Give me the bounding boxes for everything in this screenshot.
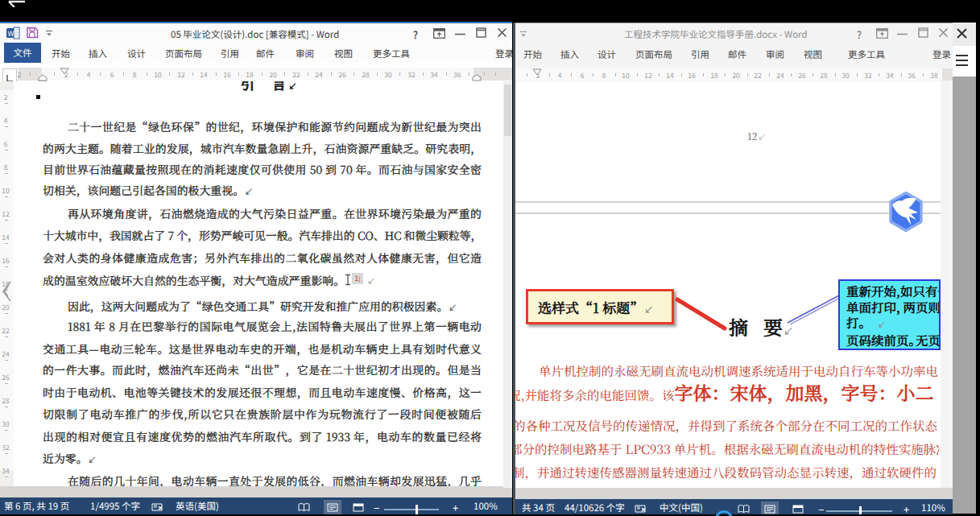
svg-text:W: W <box>8 28 14 39</box>
